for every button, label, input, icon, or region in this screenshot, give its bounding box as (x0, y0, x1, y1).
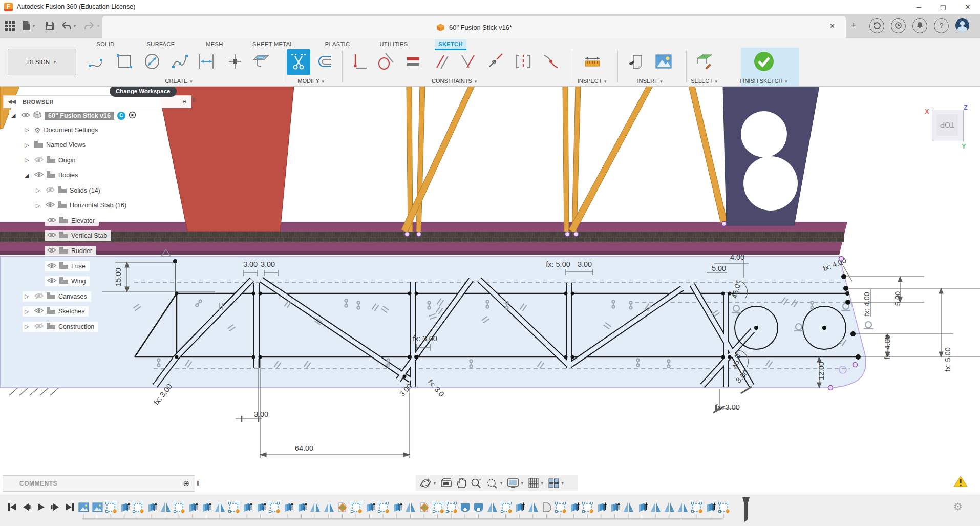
collapse-arrow-icon[interactable]: ◢ (25, 172, 31, 179)
spline-tool-icon[interactable] (171, 52, 189, 71)
group-label-constraints[interactable]: CONSTRAINTS ▼ (432, 78, 478, 84)
browser-resize-grip[interactable]: ‖ (193, 96, 195, 104)
fix-constraint-icon[interactable] (486, 52, 505, 71)
redo-button[interactable]: ▼ (84, 19, 100, 32)
timeline-playhead[interactable] (742, 497, 750, 522)
browser-item-solids-14[interactable]: ▷Solids (14) (34, 185, 104, 196)
insert-derive-icon[interactable] (627, 52, 646, 71)
circle-tool-icon[interactable] (143, 52, 161, 71)
timeline-feature-extrude[interactable] (187, 501, 199, 513)
browser-item-fuse[interactable]: Fuse (45, 261, 90, 271)
orbit-icon[interactable]: +▼ (420, 477, 437, 489)
undo-button[interactable]: ▼ (60, 19, 77, 32)
timeline-feature-canvas[interactable] (92, 501, 103, 513)
look-at-icon[interactable] (440, 478, 452, 488)
visibility-on-icon[interactable] (21, 112, 30, 120)
browser-item-origin[interactable]: ▷Origin (23, 155, 79, 165)
perpendicular-constraint-icon[interactable] (459, 52, 477, 71)
horizontal-vertical-constraint-icon[interactable] (350, 52, 369, 71)
expand-arrow-icon[interactable]: ▷ (25, 293, 31, 300)
comments-resize-grip[interactable]: ‖ (197, 479, 199, 487)
timeline-feature-sketch[interactable] (228, 501, 240, 513)
equal-constraint-icon[interactable] (404, 52, 422, 71)
timeline-track[interactable] (82, 518, 723, 520)
fit-icon[interactable]: ▼ (486, 477, 503, 489)
tab-sketch[interactable]: SKETCH (435, 39, 466, 50)
save-button[interactable] (45, 19, 54, 32)
workspace-selector-button[interactable]: DESIGN▼ (8, 49, 76, 75)
timeline-feature-extrude[interactable] (282, 501, 294, 513)
sketch-dimension-tool-icon[interactable] (197, 52, 216, 71)
visibility-on-icon[interactable] (47, 247, 56, 255)
group-label-create[interactable]: CREATE ▼ (165, 78, 194, 84)
timeline-feature-extrude[interactable] (568, 501, 580, 513)
timeline-feature-sketch[interactable] (132, 501, 144, 513)
browser-item-wing[interactable]: Wing (45, 276, 90, 286)
timeline-feature-mirror[interactable] (309, 501, 321, 513)
timeline-feature-extrude[interactable] (146, 501, 158, 513)
timeline-feature-mirror[interactable] (527, 501, 539, 513)
timeline-feature-extrude[interactable] (636, 501, 648, 513)
browser-item-vertical-stab[interactable]: Vertical Stab (45, 230, 111, 241)
add-comment-icon[interactable]: ⊕ (183, 479, 189, 488)
dimension-label[interactable]: 3.00 (578, 260, 592, 268)
timeline-feature-extrude[interactable] (200, 501, 212, 513)
browser-item-60-fusion-stick-v16[interactable]: ◢60" Fusion Stick v16C (9, 110, 140, 121)
timeline-feature-mirror[interactable] (664, 501, 675, 513)
dimension-label[interactable]: fx: 4.00 (863, 292, 871, 317)
notifications-bell-icon[interactable] (912, 18, 927, 33)
timeline-skip-start-button[interactable] (7, 502, 18, 513)
timeline-feature-extrude[interactable] (514, 501, 525, 513)
close-button[interactable]: ✕ (956, 0, 979, 14)
measure-tool-icon[interactable] (583, 52, 602, 71)
visibility-on-icon[interactable] (47, 262, 56, 270)
dimension-label[interactable]: fx: 3.00 (715, 403, 740, 411)
timeline-feature-hole[interactable] (336, 501, 348, 513)
timeline-feature-mirror[interactable] (486, 501, 498, 513)
timeline-skip-end-button[interactable] (65, 502, 76, 513)
zoom-icon[interactable]: ± (470, 477, 482, 489)
select-tool-icon[interactable] (695, 52, 714, 71)
timeline-feature-sketch[interactable] (268, 501, 280, 513)
timeline-feature-mirror[interactable] (623, 501, 634, 513)
timeline-feature-extrude[interactable] (241, 501, 253, 513)
expand-arrow-icon[interactable]: ▷ (25, 142, 31, 149)
activate-component-icon[interactable] (129, 111, 136, 120)
timeline-settings-gear-icon[interactable]: ⚙ (953, 500, 963, 513)
pan-icon[interactable] (456, 477, 466, 489)
timeline-feature-extrude[interactable] (705, 501, 716, 513)
expand-arrow-icon[interactable]: ▷ (25, 323, 31, 330)
visibility-on-icon[interactable] (47, 277, 56, 285)
viewcube[interactable]: TOP X Z Y (925, 102, 976, 151)
timeline-feature-extrude[interactable] (296, 501, 308, 513)
dimension-label[interactable]: 3.00 (243, 260, 258, 268)
timeline-feature-sketch[interactable] (718, 501, 730, 513)
timeline-feature-sketch[interactable] (105, 501, 117, 513)
tab-surface[interactable]: SURFACE (143, 39, 179, 49)
app-grid-icon[interactable] (5, 19, 15, 32)
group-label-inspect[interactable]: INSPECT ▼ (578, 78, 607, 84)
collapse-arrow-icon[interactable]: ◢ (11, 112, 18, 119)
timeline-feature-loft[interactable] (473, 501, 484, 513)
tab-solid[interactable]: SOLID (93, 39, 118, 49)
browser-item-canvases[interactable]: ▷Canvases (23, 291, 91, 302)
dimension-label[interactable]: 15.00 (114, 268, 122, 286)
timeline-feature-extrude[interactable] (609, 501, 621, 513)
tab-sheet-metal[interactable]: SHEET METAL (249, 39, 297, 49)
tab-utilities[interactable]: UTILITIES (376, 39, 412, 49)
dimension-label[interactable]: 12.00 (817, 362, 825, 380)
timeline-feature-mirror[interactable] (323, 501, 335, 513)
expand-arrow-icon[interactable]: ▷ (25, 308, 31, 315)
expand-arrow-icon[interactable]: ▷ (25, 157, 31, 163)
dimension-label[interactable]: 5.00 (893, 291, 902, 306)
timeline-feature-sketch[interactable] (377, 501, 389, 513)
group-label-insert[interactable]: INSERT ▼ (637, 78, 664, 84)
point-tool-icon[interactable] (226, 52, 244, 71)
browser-item-horizontal-stab-16[interactable]: ▷Horizontal Stab (16) (34, 200, 131, 211)
browser-item-construction[interactable]: ▷Construction (23, 322, 98, 332)
collapse-browser-icon[interactable]: ◀◀ (8, 98, 15, 105)
viewcube-face-label[interactable]: TOP (936, 114, 958, 136)
visibility-on-icon[interactable] (34, 171, 44, 179)
extensions-icon[interactable] (891, 18, 906, 33)
expand-arrow-icon[interactable]: ▷ (25, 127, 31, 133)
